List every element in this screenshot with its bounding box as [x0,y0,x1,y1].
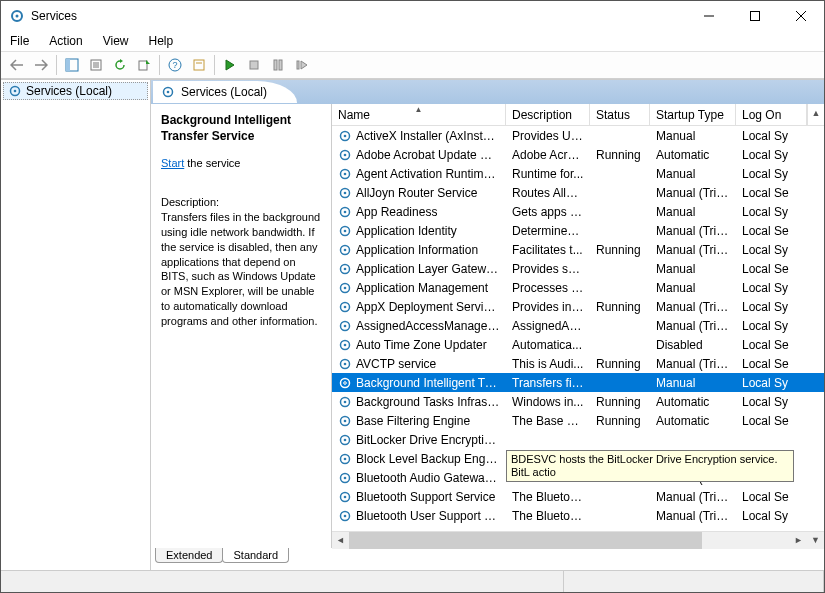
table-row[interactable]: Application ManagementProcesses in...Man… [332,278,824,297]
tab-standard[interactable]: Standard [222,548,289,563]
gear-icon [338,433,352,447]
col-name[interactable]: Name▲ [332,104,506,125]
scroll-down-button[interactable]: ▼ [807,532,824,549]
svg-point-66 [344,514,347,517]
table-row[interactable]: Background Intelligent Tran...Transfers … [332,373,824,392]
table-row[interactable]: Bluetooth User Support Ser...The Bluetoo… [332,506,824,525]
gear-icon [338,205,352,219]
back-button[interactable] [5,54,29,76]
svg-point-42 [344,286,347,289]
service-startup: Manual [650,281,736,295]
tab-extended[interactable]: Extended [155,548,223,563]
col-description[interactable]: Description [506,104,590,125]
start-link[interactable]: Start [161,157,184,169]
svg-rect-19 [279,60,282,70]
table-row[interactable]: Agent Activation Runtime_...Runtime for.… [332,164,824,183]
tree-item-label: Services (Local) [26,84,112,98]
app-icon [9,8,25,24]
table-row[interactable]: AppX Deployment Service (...Provides inf… [332,297,824,316]
svg-point-48 [344,343,347,346]
col-logon[interactable]: Log On [736,104,807,125]
grid-body[interactable]: ActiveX Installer (AxInstSV)Provides Us.… [332,126,824,531]
service-startup: Manual (Trig... [650,300,736,314]
view-tabs: Extended Standard [151,548,824,570]
svg-rect-18 [274,60,277,70]
table-row[interactable]: AllJoyn Router ServiceRoutes AllJo...Man… [332,183,824,202]
table-row[interactable]: Auto Time Zone UpdaterAutomatica...Disab… [332,335,824,354]
scroll-thumb[interactable] [349,532,702,549]
service-desc: Provides su... [506,262,590,276]
detail-panel: Background Intelligent Transfer Service … [151,104,331,548]
gear-icon [338,338,352,352]
table-row[interactable]: Application InformationFacilitates t...R… [332,240,824,259]
service-startup: Manual [650,129,736,143]
service-status: Running [590,357,650,371]
start-service-button[interactable] [218,54,242,76]
start-suffix: the service [184,157,240,169]
svg-point-1 [16,15,19,18]
tree-item-services-local[interactable]: Services (Local) [3,82,148,100]
service-startup: Disabled [650,338,736,352]
col-startup-type[interactable]: Startup Type [650,104,736,125]
table-row[interactable]: Background Tasks Infrastruc...Windows in… [332,392,824,411]
forward-button[interactable] [29,54,53,76]
service-startup: Manual (Trig... [650,357,736,371]
svg-point-62 [344,476,347,479]
table-row[interactable]: ActiveX Installer (AxInstSV)Provides Us.… [332,126,824,145]
help-button[interactable]: ? [163,54,187,76]
gear-icon [338,414,352,428]
scroll-left-button[interactable]: ◄ [332,532,349,549]
table-row[interactable]: App ReadinessGets apps re...ManualLocal … [332,202,824,221]
service-name: App Readiness [356,205,437,219]
service-logon: Local Sy [736,300,824,314]
service-name: BitLocker Drive Encryption ... [356,433,500,447]
table-row[interactable]: AVCTP serviceThis is Audi...RunningManua… [332,354,824,373]
close-button[interactable] [778,1,824,31]
service-grid: Name▲ Description Status Startup Type Lo… [331,104,824,548]
export-button[interactable] [132,54,156,76]
gear-icon [338,509,352,523]
titlebar[interactable]: Services [1,1,824,31]
menu-file[interactable]: File [7,33,32,49]
table-row[interactable]: Bluetooth Support ServiceThe Bluetoo...M… [332,487,824,506]
menu-help[interactable]: Help [146,33,177,49]
properties-button[interactable] [84,54,108,76]
restart-service-button[interactable] [290,54,314,76]
table-row[interactable]: AssignedAccessManager Se...AssignedAc...… [332,316,824,335]
service-logon: Local Sy [736,509,824,523]
menu-action[interactable]: Action [46,33,85,49]
menu-view[interactable]: View [100,33,132,49]
gear-icon [338,376,352,390]
gear-icon [338,357,352,371]
table-row[interactable]: Base Filtering EngineThe Base Fil...Runn… [332,411,824,430]
table-row[interactable]: Application IdentityDetermines ...Manual… [332,221,824,240]
table-row[interactable]: BitLocker Drive Encryption ... [332,430,824,449]
minimize-button[interactable] [686,1,732,31]
service-name: Application Identity [356,224,457,238]
gear-icon [338,148,352,162]
toolbar: ? [1,51,824,79]
horizontal-scrollbar[interactable]: ◄ ► ▼ [332,531,824,548]
maximize-button[interactable] [732,1,778,31]
gear-icon [338,167,352,181]
svg-point-32 [344,191,347,194]
sort-asc-icon: ▲ [415,105,423,114]
scroll-track[interactable] [349,532,790,549]
svg-point-24 [167,91,170,94]
table-row[interactable]: Application Layer Gateway ...Provides su… [332,259,824,278]
scroll-up-button[interactable]: ▲ [807,104,824,125]
pause-service-button[interactable] [266,54,290,76]
service-startup: Manual (Trig... [650,243,736,257]
service-startup: Manual [650,205,736,219]
scroll-right-button[interactable]: ► [790,532,807,549]
show-hide-button[interactable] [60,54,84,76]
action-button[interactable] [187,54,211,76]
service-status: Running [590,300,650,314]
stop-service-button[interactable] [242,54,266,76]
gear-icon [338,300,352,314]
table-row[interactable]: Adobe Acrobat Update Serv...Adobe Acro..… [332,145,824,164]
services-window: Services File Action View Help ? Service [0,0,825,593]
gear-icon [161,85,175,99]
refresh-button[interactable] [108,54,132,76]
col-status[interactable]: Status [590,104,650,125]
